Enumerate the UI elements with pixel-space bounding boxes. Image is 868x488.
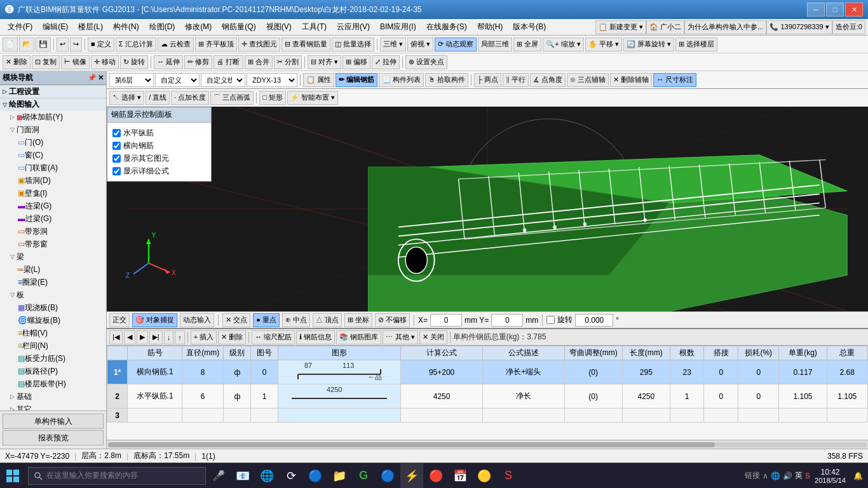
cell-empty-3c[interactable]: [224, 409, 251, 423]
tb-first[interactable]: |◀: [109, 330, 123, 344]
tb-modify[interactable]: ✏ 修剪: [184, 55, 212, 69]
toolbar-new-change[interactable]: 📋 新建变更 ▾: [595, 20, 646, 34]
tb-point-length[interactable]: · 点加长度: [171, 91, 209, 105]
tb-three-point-arc[interactable]: ⌒ 三点画弧: [210, 91, 254, 105]
taskbar-icon-mail[interactable]: 📧: [231, 463, 254, 489]
tb-print[interactable]: 🖨 打断: [214, 55, 243, 69]
single-component-input-button[interactable]: 单构件输入: [3, 414, 104, 429]
tb-rotate[interactable]: ↻ 旋转: [120, 55, 148, 69]
tb-snap[interactable]: 🎯 对象捕捉: [132, 313, 177, 327]
rotate-checkbox[interactable]: [546, 316, 555, 324]
tb-two-points[interactable]: ├ 两点: [474, 73, 501, 87]
tb-rebar-info[interactable]: ℹ 钢筋信息: [296, 330, 335, 344]
tree-item-floor-strip[interactable]: ▤ 楼层板带(H): [0, 377, 106, 390]
tb-ortho[interactable]: 正交: [109, 313, 130, 327]
tb-mirror[interactable]: ⊢ 镜像: [61, 55, 90, 69]
taskbar-icon-browser2[interactable]: ⟳: [280, 463, 302, 489]
toolbar-why[interactable]: 为什么单构件输入中参...: [684, 20, 766, 34]
tb-split[interactable]: ✂ 分割: [274, 55, 302, 69]
tb-move[interactable]: ✛ 移动: [91, 55, 119, 69]
tb-offset[interactable]: ⊞ 偏移: [342, 55, 370, 69]
cell-empty-3b[interactable]: [182, 409, 223, 423]
toolbar-guangxiao[interactable]: 🏠 广小二: [646, 20, 684, 34]
taskbar-icon-ie[interactable]: 🔵: [304, 463, 327, 489]
tree-item-slab-rebar[interactable]: ▤ 板受力筋(S): [0, 352, 106, 365]
cell-grade-1[interactable]: ф: [224, 360, 251, 384]
tb-point-angle[interactable]: ∡ 点角度: [530, 73, 566, 87]
tb-dynamic-input[interactable]: 动态输入: [180, 313, 214, 327]
scrollbar-thumb[interactable]: [108, 442, 715, 447]
menu-bim[interactable]: BIM应用(I): [375, 20, 421, 34]
tb-delete[interactable]: ✕ 删除: [3, 55, 31, 69]
tb-three-point-aux[interactable]: ⊙ 三点辅轴: [567, 73, 609, 87]
tray-ime[interactable]: 英: [795, 470, 803, 481]
tb-sum-calc[interactable]: Σ 汇总计算: [116, 37, 156, 51]
taskbar-icon-edge[interactable]: 🌐: [255, 463, 278, 489]
tb-parallel[interactable]: ∥ 平行: [503, 73, 529, 87]
tree-item-strip-hole[interactable]: ▭ 带形洞: [0, 225, 106, 238]
close-button[interactable]: ✕: [845, 3, 863, 17]
checkbox-show-formula-input[interactable]: [112, 167, 121, 175]
menu-edit[interactable]: 编辑(E): [37, 20, 73, 34]
cell-bend-1[interactable]: (0): [564, 360, 622, 384]
tb-view-mode[interactable]: 俯视 ▾: [407, 37, 433, 51]
cell-rebar-name-2[interactable]: 水平纵筋.1: [128, 384, 182, 409]
tree-item-door-group[interactable]: ▽ 门面洞: [0, 123, 106, 136]
cell-empty-3g[interactable]: [564, 409, 622, 423]
cell-figure-2[interactable]: 4250: [278, 384, 401, 409]
tree-item-foundation-group[interactable]: ▷ 基础: [0, 390, 106, 403]
tb-prev[interactable]: ◀: [124, 330, 135, 344]
tb-dynamic-view[interactable]: ⟳ 动态观察: [435, 37, 477, 51]
cell-empty-3i[interactable]: [670, 409, 704, 423]
taskbar-icon-glodon-s[interactable]: S: [497, 463, 520, 489]
tb-batch-select[interactable]: ◫ 批量选择: [332, 37, 374, 51]
taskbar-icon-yellow[interactable]: 🟡: [473, 463, 496, 489]
taskbar-icon-app1[interactable]: ⚡: [400, 463, 423, 489]
tb-component-list[interactable]: 📃 构件列表: [379, 73, 424, 87]
zdyx-select[interactable]: ZDYX-13: [247, 73, 297, 87]
x-input[interactable]: [430, 314, 462, 327]
canvas-area[interactable]: Y X Z 钢筋显示控制面板: [107, 107, 868, 311]
tb-intersection[interactable]: ✕ 交点: [222, 313, 250, 327]
tb-undo[interactable]: ↩: [57, 37, 69, 51]
cell-empty-3l[interactable]: [779, 409, 827, 423]
cell-figure-3[interactable]: [278, 409, 401, 423]
tb-screen-rotate[interactable]: 🔄 屏幕旋转 ▾: [623, 37, 674, 51]
cell-empty-3f[interactable]: [482, 409, 564, 423]
tb-last[interactable]: ▶|: [149, 330, 163, 344]
cell-desc-1[interactable]: 净长+端头: [482, 360, 564, 384]
tray-sound[interactable]: 🔊: [783, 471, 792, 480]
cell-empty-3e[interactable]: [401, 409, 483, 423]
tb-insert[interactable]: + 插入: [191, 330, 217, 344]
tree-item-rail[interactable]: ≡ 栏间(N): [0, 339, 106, 352]
tb-properties[interactable]: 📋 属性: [303, 73, 334, 87]
tb-dimension-mark[interactable]: ↔ 尺寸标注: [653, 73, 696, 87]
tb-pull[interactable]: ⤢ 拉伸: [372, 55, 400, 69]
toolbar-phone[interactable]: 📞 13907298339 ▾: [766, 20, 832, 34]
cell-grade-2[interactable]: ф: [224, 384, 251, 409]
tb-find-origin[interactable]: ✛ 查找图元: [238, 37, 280, 51]
minimize-button[interactable]: ─: [807, 3, 825, 17]
tb-delete-row[interactable]: ✕ 删除: [218, 330, 246, 344]
cell-loss-2[interactable]: 0: [738, 384, 779, 409]
tb-no-offset[interactable]: ⊘ 不偏移: [375, 313, 410, 327]
tree-item-spiral-slab[interactable]: 🌀 螺旋板(B): [0, 314, 106, 327]
tree-item-strip-window[interactable]: ▭ 带形窗: [0, 238, 106, 250]
tree-item-door-window[interactable]: ▭ 门联窗(A): [0, 161, 106, 174]
table-row[interactable]: 3: [107, 409, 868, 423]
tb-new[interactable]: 📄: [3, 37, 18, 51]
table-row[interactable]: 2 水平纵筋.1 6 ф 1 4250: [107, 384, 868, 409]
tray-sogou[interactable]: S: [805, 471, 810, 480]
taskbar-icon-folder[interactable]: 📁: [328, 463, 351, 489]
cell-formula-1[interactable]: 95+200: [401, 360, 483, 384]
tb-scale-rebar[interactable]: ↔ 缩尺配筋: [252, 330, 295, 344]
tb-close-table[interactable]: ✕ 关闭: [419, 330, 447, 344]
tb-pick-component[interactable]: 🖱 拾取构件: [425, 73, 468, 87]
taskbar-icon-calendar[interactable]: 📅: [449, 463, 471, 489]
cell-figure-1[interactable]: 87 113: [278, 360, 401, 384]
cell-bend-2[interactable]: (0): [564, 384, 622, 409]
taskbar-icon-red[interactable]: 🔴: [424, 463, 447, 489]
report-preview-button[interactable]: 报表预览: [3, 430, 104, 445]
tb-align[interactable]: ⊟ 对齐 ▾: [308, 55, 341, 69]
tree-item-coupling-beam[interactable]: ▬ 连梁(G): [0, 200, 106, 212]
